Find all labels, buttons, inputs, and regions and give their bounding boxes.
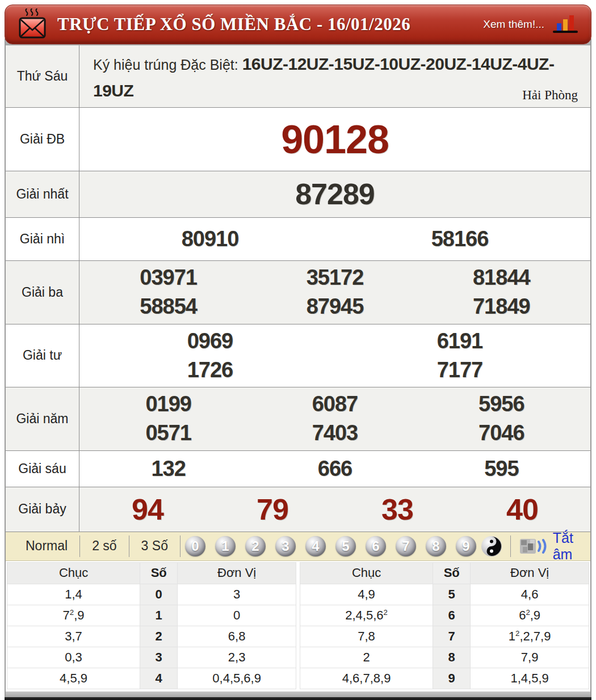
prize-label: Giải bảy xyxy=(6,487,79,532)
prize-number: 132 xyxy=(151,454,185,483)
symbol-prefix: Ký hiệu trúng Đặc Biệt: xyxy=(93,57,242,73)
number-ball-6[interactable]: 6 xyxy=(366,536,386,556)
prize-number: 79 xyxy=(257,490,288,529)
prize-number: 6087 xyxy=(312,390,358,419)
prize-number: 6191 xyxy=(437,327,483,356)
prize-label: Giải tư xyxy=(6,324,79,387)
prize-number: 87945 xyxy=(307,292,364,321)
number-ball-5[interactable]: 5 xyxy=(335,536,356,556)
stats-row: 4,954,6 xyxy=(300,584,589,605)
prize-number: 58854 xyxy=(140,292,197,321)
prize-number: 94 xyxy=(132,490,163,529)
stats-row: 0,332,3 xyxy=(7,647,296,668)
see-more-link[interactable]: Xem thêm!... xyxy=(483,18,544,31)
stats-header: Đơn Vị xyxy=(178,562,296,584)
results-table: Thứ Sáu Ký hiệu trúng Đặc Biệt: 16UZ-12U… xyxy=(6,45,590,532)
stats-cell: 1 xyxy=(140,605,178,626)
prize-number: 81844 xyxy=(473,263,530,292)
stats-row: 3,726,8 xyxy=(7,626,296,647)
prize-number: 0199 xyxy=(145,390,191,419)
stats-cell: 72,9 xyxy=(7,605,140,626)
stats-cell: 1,4 xyxy=(7,584,140,605)
stats-cell: 6 xyxy=(433,605,471,626)
stats-row: 2,4,5,62662,9 xyxy=(300,605,589,626)
speaker-icon xyxy=(519,537,547,556)
prize-label: Giải nhất xyxy=(6,171,79,217)
prize-number: 40 xyxy=(506,490,538,529)
number-ball-1[interactable]: 1 xyxy=(215,536,236,556)
mode-button-normal[interactable]: Normal xyxy=(14,535,80,557)
stats-cell: 0 xyxy=(140,584,178,605)
stats-cell: 9 xyxy=(433,668,471,689)
prize-label: Giải ba xyxy=(6,261,79,324)
prize-label: Giải sáu xyxy=(6,451,79,487)
stats-cell: 3,7 xyxy=(7,626,140,647)
number-ball-9[interactable]: 9 xyxy=(456,536,476,556)
stats-header: Đơn Vị xyxy=(471,562,589,584)
stats-cell: 4 xyxy=(140,668,178,689)
prize-number: 03971 xyxy=(140,263,197,292)
prize-row: Giải ĐB90128 xyxy=(6,107,590,171)
stats-row: 4,5,940,4,5,6,9 xyxy=(7,668,296,689)
number-ball-2[interactable]: 2 xyxy=(245,536,266,556)
prize-row: Giải nhì8091058166 xyxy=(6,217,590,260)
prize-number: 5956 xyxy=(479,390,524,419)
mode-buttons: Normal2 số3 Số xyxy=(14,532,181,560)
number-ball-3[interactable]: 3 xyxy=(275,536,296,556)
prize-number: 58166 xyxy=(431,225,489,254)
prize-row: Giải nhất87289 xyxy=(6,171,590,217)
prize-number: 90128 xyxy=(281,116,389,163)
mode-button-2-số[interactable]: 2 số xyxy=(80,535,129,557)
header-bar: TRỰC TIẾP XỔ SỐ MIỀN BẮC - 16/01/2026 Xe… xyxy=(5,5,591,44)
prize-number: 1726 xyxy=(187,356,233,385)
stats-cell: 7 xyxy=(433,626,471,647)
stats-cell: 4,6,7,8,9 xyxy=(300,668,433,689)
stats-header: Chục xyxy=(300,562,433,584)
prize-label: Giải năm xyxy=(6,387,79,450)
yin-yang-ball-icon[interactable] xyxy=(481,535,502,557)
prize-number: 666 xyxy=(318,454,352,483)
mute-label: Tắt âm xyxy=(553,530,579,563)
draw-info-row: Thứ Sáu Ký hiệu trúng Đặc Biệt: 16UZ-12U… xyxy=(6,45,590,107)
number-ball-0[interactable]: 0 xyxy=(185,536,205,556)
prize-number: 7403 xyxy=(312,419,358,448)
stats-cell: 62,9 xyxy=(471,605,589,626)
stats-cell: 2 xyxy=(300,647,433,668)
prize-number: 35172 xyxy=(307,263,364,292)
mute-button[interactable]: Tắt âm xyxy=(519,530,585,563)
number-ball-7[interactable]: 7 xyxy=(396,536,416,556)
prize-label: Giải nhì xyxy=(6,218,79,260)
stats-cell: 0 xyxy=(178,605,296,626)
prize-number: 0571 xyxy=(145,419,191,448)
stats-cell: 2,3 xyxy=(178,647,296,668)
digit-stats: ChụcSốĐơn Vị1,40372,9103,726,80,332,34,5… xyxy=(6,561,590,691)
stats-table-right: ChụcSốĐơn Vị4,954,62,4,5,62662,97,8712,2… xyxy=(300,562,589,689)
stats-cell: 4,9 xyxy=(300,584,433,605)
stats-cell: 7,9 xyxy=(471,647,589,668)
stats-cell: 4,6 xyxy=(471,584,589,605)
special-symbol-line: Ký hiệu trúng Đặc Biệt: 16UZ-12UZ-15UZ-1… xyxy=(93,51,580,104)
prize-number: 7046 xyxy=(479,419,524,448)
stats-row: 287,9 xyxy=(300,647,589,668)
lottery-widget: TRỰC TIẾP XỔ SỐ MIỀN BẮC - 16/01/2026 Xe… xyxy=(0,0,596,700)
mode-button-3-số[interactable]: 3 Số xyxy=(129,535,181,557)
stats-cell: 8 xyxy=(433,647,471,668)
stats-cell: 0,4,5,6,9 xyxy=(178,668,296,689)
stats-cell: 3 xyxy=(178,584,296,605)
prize-row: Giải ba039713517281844588548794571849 xyxy=(6,260,590,324)
stats-header: Chục xyxy=(7,562,140,584)
draw-info-content: Ký hiệu trúng Đặc Biệt: 16UZ-12UZ-15UZ-1… xyxy=(79,45,590,107)
bar-chart-icon[interactable] xyxy=(552,13,578,36)
prize-number: 87289 xyxy=(295,174,375,214)
number-ball-8[interactable]: 8 xyxy=(426,536,446,556)
prize-label: Giải ĐB xyxy=(6,108,79,171)
stats-cell: 2 xyxy=(140,626,178,647)
sound-toolbar: Normal2 số3 Số 0123456789 xyxy=(6,532,590,561)
stats-header: Số xyxy=(433,562,471,584)
footer-gray-strip xyxy=(5,691,591,697)
number-ball-4[interactable]: 4 xyxy=(305,536,326,556)
stats-cell: 5 xyxy=(433,584,471,605)
prize-row: Giải bảy94793340 xyxy=(6,487,590,532)
stats-header: Số xyxy=(140,562,178,584)
prize-number: 595 xyxy=(484,454,518,483)
